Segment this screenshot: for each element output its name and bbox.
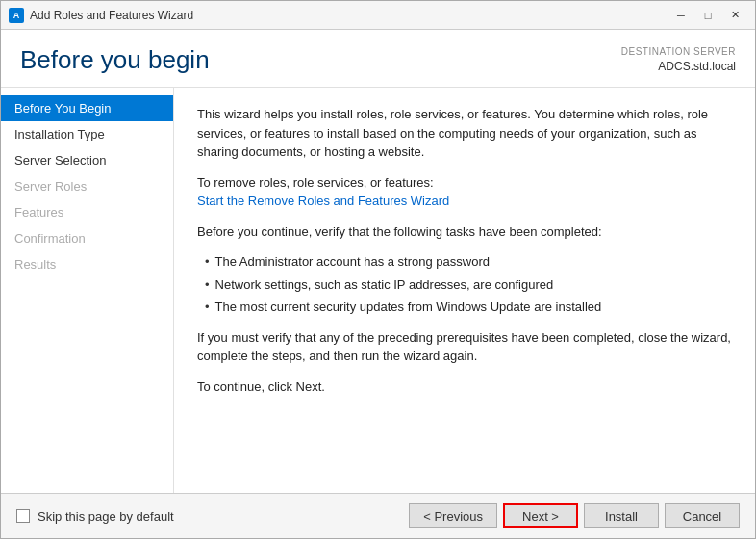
page-title: Before you begin [20,45,210,75]
sidebar-item-features: Features [1,199,173,225]
maximize-button[interactable]: □ [695,6,720,25]
page-header: Before you begin DESTINATION SERVER ADCS… [1,30,755,88]
sidebar-item-before-you-begin[interactable]: Before You Begin [1,95,173,121]
sidebar-item-server-roles: Server Roles [1,173,173,199]
next-button[interactable]: Next > [503,503,578,528]
remove-paragraph: To remove roles, role services, or featu… [197,173,732,211]
previous-button[interactable]: < Previous [409,503,497,528]
skip-checkbox[interactable] [16,509,30,523]
sidebar: Before You BeginInstallation TypeServer … [1,88,174,493]
titlebar-title: Add Roles and Features Wizard [30,9,668,22]
sidebar-item-confirmation: Confirmation [1,225,173,251]
destination-label: DESTINATION SERVER [621,45,736,59]
sidebar-item-server-selection[interactable]: Server Selection [1,147,173,173]
server-name: ADCS.std.local [621,59,736,75]
skip-area: Skip this page by default [16,509,409,524]
continue-note: To continue, click Next. [197,377,732,397]
content-area: This wizard helps you install roles, rol… [174,88,755,493]
cancel-button[interactable]: Cancel [665,503,740,528]
body: Before You BeginInstallation TypeServer … [1,88,755,493]
remove-prefix: To remove roles, role services, or featu… [197,175,434,190]
remove-link[interactable]: Start the Remove Roles and Features Wiza… [197,193,449,208]
minimize-button[interactable]: ─ [668,6,693,25]
bullet-item-2: The most current security updates from W… [205,297,732,317]
prerequisites-list: The Administrator account has a strong p… [205,252,732,317]
footer: Skip this page by default < Previous Nex… [1,493,755,538]
footer-buttons: < Previous Next > Install Cancel [409,503,740,528]
skip-label: Skip this page by default [38,509,174,524]
verify-paragraph: Before you continue, verify that the fol… [197,222,732,242]
main-window: A Add Roles and Features Wizard ─ □ ✕ Be… [0,0,756,539]
sidebar-item-installation-type[interactable]: Installation Type [1,121,173,147]
install-button[interactable]: Install [584,503,659,528]
app-icon: A [9,8,24,23]
verify-note: If you must verify that any of the prece… [197,328,732,366]
destination-server-info: DESTINATION SERVER ADCS.std.local [621,45,736,75]
bullet-item-1: Network settings, such as static IP addr… [205,275,732,295]
titlebar: A Add Roles and Features Wizard ─ □ ✕ [1,1,755,30]
window-controls: ─ □ ✕ [668,6,747,25]
close-button[interactable]: ✕ [722,6,747,25]
intro-paragraph: This wizard helps you install roles, rol… [197,105,732,162]
bullet-item-0: The Administrator account has a strong p… [205,252,732,271]
sidebar-item-results: Results [1,251,173,277]
